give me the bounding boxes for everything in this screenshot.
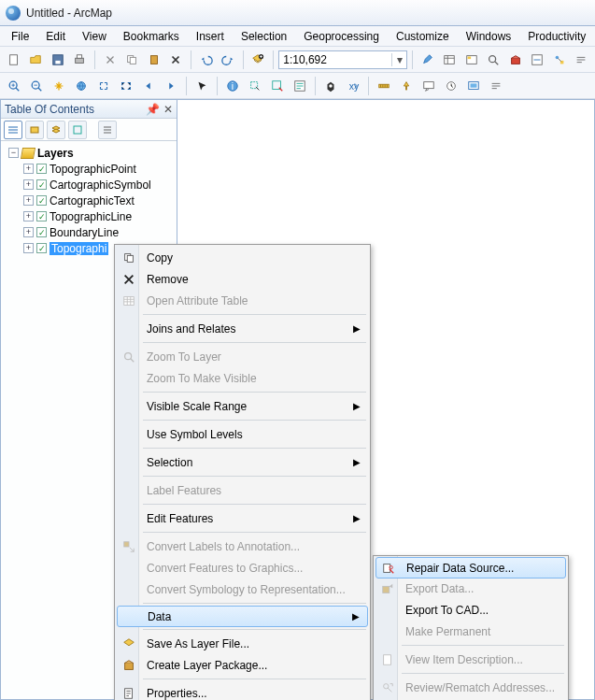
layer-checkbox[interactable] (36, 195, 47, 206)
back-extent-button[interactable] (138, 76, 159, 96)
list-by-selection-tab[interactable] (68, 121, 87, 139)
layer-checkbox[interactable] (36, 211, 47, 221)
find-button[interactable] (320, 76, 341, 96)
menu-insert[interactable]: Insert (189, 28, 232, 45)
identify-button[interactable]: i (222, 76, 243, 96)
add-data-button[interactable] (248, 50, 268, 70)
modelbuilder-button[interactable] (549, 50, 569, 70)
menu-edit[interactable]: Edit (38, 28, 73, 45)
pin-icon[interactable]: 📌 (146, 103, 160, 116)
layer-row[interactable]: +CartographicText (5, 193, 173, 208)
svg-rect-28 (405, 86, 407, 90)
save-button[interactable] (48, 50, 67, 70)
full-extent-button[interactable] (71, 76, 92, 96)
search-button[interactable] (484, 50, 503, 70)
expand-icon[interactable]: + (23, 164, 34, 174)
new-button[interactable] (4, 50, 23, 70)
select-features-button[interactable] (245, 76, 265, 96)
create-viewer-button[interactable] (463, 76, 484, 96)
menu-item[interactable]: Edit Features▶ (117, 507, 368, 529)
forward-extent-button[interactable] (161, 76, 181, 96)
close-icon[interactable]: ✕ (163, 103, 173, 116)
expand-icon[interactable]: + (23, 211, 34, 221)
zoom-in-button[interactable] (4, 76, 24, 96)
print-button[interactable] (69, 50, 89, 70)
layer-checkbox[interactable] (36, 227, 47, 237)
toc-tabs (1, 119, 177, 141)
catalog-button[interactable] (461, 50, 481, 70)
menu-item[interactable]: Use Symbol Levels (117, 423, 368, 445)
open-button[interactable] (25, 50, 45, 70)
list-by-visibility-tab[interactable] (47, 121, 65, 139)
scale-combo[interactable]: ▾ (278, 50, 407, 69)
menu-item[interactable]: Export To CAD... (375, 599, 566, 621)
collapse-icon[interactable]: − (8, 148, 19, 158)
editor-toolbar-button[interactable] (418, 50, 437, 70)
menu-item[interactable]: Data▶ (117, 606, 368, 627)
expand-icon[interactable]: + (23, 227, 34, 237)
list-by-drawing-order-tab[interactable] (4, 121, 22, 139)
measure-button[interactable] (374, 76, 394, 96)
html-popup-button[interactable] (418, 76, 439, 96)
layer-row[interactable]: +TopographicLine (5, 208, 173, 224)
goto-xy-button[interactable]: xy (343, 76, 363, 96)
layer-row[interactable]: +CartographicSymbol (5, 177, 173, 193)
clear-selection-button[interactable] (267, 76, 288, 96)
toc-button[interactable] (440, 50, 460, 70)
menu-file[interactable]: File (4, 28, 36, 45)
menu-item[interactable]: Joins and Relates▶ (117, 318, 368, 339)
menu-divider (143, 420, 366, 421)
undo-button[interactable] (196, 50, 216, 70)
layer-row[interactable]: +BoundaryLine (5, 224, 173, 240)
menu-bookmarks[interactable]: Bookmarks (116, 28, 187, 45)
expand-icon[interactable]: + (23, 179, 34, 190)
fixed-zoom-out-button[interactable] (116, 76, 136, 96)
separator (243, 50, 244, 69)
menu-item[interactable]: Selection▶ (117, 451, 368, 473)
layer-checkbox[interactable] (36, 243, 47, 253)
menu-item: Convert Features to Graphics... (117, 557, 368, 579)
menu-item[interactable]: Create Layer Package... (117, 654, 368, 676)
menu-item: Convert Symbology to Representation... (117, 579, 368, 600)
select-by-attr-button[interactable] (290, 76, 310, 96)
menu-customize[interactable]: Customize (389, 28, 457, 45)
fixed-zoom-in-button[interactable] (93, 76, 114, 96)
python-button[interactable] (528, 50, 547, 70)
paste-button[interactable] (144, 50, 163, 70)
menu-divider (143, 314, 366, 315)
redo-button[interactable] (218, 50, 237, 70)
scale-input[interactable] (279, 51, 391, 68)
svg-rect-32 (471, 83, 477, 87)
menu-geoprocessing[interactable]: Geoprocessing (296, 28, 387, 45)
menu-windows[interactable]: Windows (459, 28, 519, 45)
menu-item[interactable]: Properties... (117, 682, 368, 700)
time-slider-button[interactable] (441, 76, 461, 96)
dropdown-icon[interactable]: ▾ (391, 53, 406, 66)
menu-item[interactable]: Save As Layer File... (117, 633, 368, 654)
layer-checkbox[interactable] (36, 179, 47, 190)
select-elements-button[interactable] (191, 76, 212, 96)
more-tools-button[interactable] (486, 76, 506, 96)
menu-item[interactable]: Repair Data Source... (375, 557, 566, 579)
hyperlink-button[interactable] (396, 76, 417, 96)
pan-button[interactable] (49, 76, 69, 96)
more-button[interactable] (572, 50, 591, 70)
arctoolbox-button[interactable] (505, 50, 525, 70)
copy-button[interactable] (121, 50, 141, 70)
menu-item[interactable]: Visible Scale Range▶ (117, 395, 368, 417)
toc-options-button[interactable] (98, 121, 117, 139)
expand-icon[interactable]: + (23, 195, 34, 206)
list-by-source-tab[interactable] (25, 121, 44, 139)
cut-button[interactable] (100, 50, 120, 70)
menu-selection[interactable]: Selection (234, 28, 294, 45)
expand-icon[interactable]: + (23, 243, 34, 253)
menu-view[interactable]: View (75, 28, 114, 45)
menu-item[interactable]: Remove (117, 268, 368, 290)
layer-row[interactable]: +TopographicPoint (5, 161, 173, 177)
delete-button[interactable] (165, 50, 185, 70)
menu-productivity[interactable]: Productivity (520, 28, 593, 45)
menu-item[interactable]: Copy (117, 247, 368, 268)
layers-root-row[interactable]: − Layers (5, 145, 173, 161)
layer-checkbox[interactable] (36, 164, 47, 174)
zoom-out-button[interactable] (26, 76, 47, 96)
